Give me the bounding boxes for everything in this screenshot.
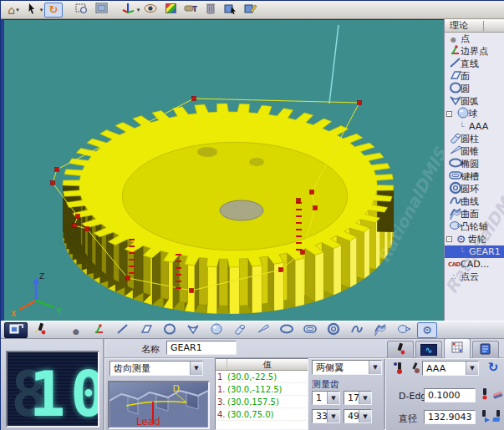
tab-report[interactable] bbox=[472, 341, 499, 358]
tooth-number-select-2[interactable]: 17▼ bbox=[344, 391, 372, 405]
probe-button[interactable] bbox=[31, 322, 51, 338]
coordinate-system-select[interactable]: AAA ▼ bbox=[422, 361, 479, 376]
probe-config-icon[interactable] bbox=[392, 362, 407, 375]
tree-item-点云[interactable]: ∴点云 bbox=[445, 271, 504, 283]
probe-flag-icon[interactable] bbox=[491, 409, 504, 422]
value-row[interactable]: 1.(30.0,-112.5) bbox=[216, 383, 308, 396]
delete-button[interactable] bbox=[201, 3, 220, 18]
select-solid-button[interactable] bbox=[221, 3, 240, 18]
chevron-down-icon[interactable]: ▼ bbox=[359, 410, 371, 422]
surface-button[interactable] bbox=[370, 322, 390, 338]
slot-button[interactable] bbox=[300, 322, 320, 338]
tree-item-圆弧[interactable]: 圆弧 bbox=[445, 95, 504, 108]
diameter-input[interactable]: 132.9043 bbox=[424, 410, 476, 424]
eraser-icon[interactable] bbox=[491, 387, 504, 401]
axis-view-button[interactable]: ▾ bbox=[121, 3, 140, 18]
tool-icon: T bbox=[183, 2, 198, 18]
color-palette-button[interactable] bbox=[161, 3, 180, 18]
tab-graph[interactable]: ∿ bbox=[415, 341, 442, 358]
image-frame-icon bbox=[94, 2, 109, 18]
gear-button[interactable]: ⚙ bbox=[417, 322, 437, 338]
tree-item-GEAR1[interactable]: └GEAR1有坐 bbox=[445, 245, 504, 258]
ellipse-button[interactable] bbox=[277, 322, 297, 338]
d-annotation: D bbox=[173, 383, 180, 394]
tab-probe[interactable] bbox=[387, 341, 414, 358]
fit-view-button[interactable] bbox=[93, 3, 111, 18]
ring-button[interactable] bbox=[323, 322, 344, 338]
arc-icon bbox=[186, 322, 201, 338]
tooth-counter-display: 8 10 bbox=[6, 351, 99, 427]
chevron-down-icon[interactable]: ▼ bbox=[327, 410, 339, 422]
circle-button[interactable] bbox=[160, 322, 180, 338]
row-value: (30.0,157.5) bbox=[227, 397, 308, 407]
home-button[interactable]: ⌂▾ bbox=[4, 3, 23, 18]
tooth-number-select-4[interactable]: 49▼ bbox=[344, 409, 372, 423]
tab-table[interactable] bbox=[444, 338, 471, 358]
edit-solid-button[interactable] bbox=[242, 3, 260, 18]
tree-item-齿轮[interactable]: -⚙齿轮 bbox=[445, 233, 504, 245]
cylinder-button[interactable] bbox=[230, 322, 250, 338]
line-button[interactable] bbox=[113, 322, 133, 338]
value-row[interactable]: 1(30.0,-22.5) bbox=[216, 371, 308, 383]
tree-item-球[interactable]: -球 bbox=[445, 108, 504, 120]
value-row[interactable]: 4.(30.0,75.0) bbox=[216, 408, 308, 421]
camshaft-button[interactable] bbox=[394, 322, 414, 338]
boundary-point-icon bbox=[92, 322, 107, 338]
tree-item-凸轮轴[interactable]: 凸轮轴 bbox=[445, 220, 504, 233]
dedge-input[interactable]: 0.1000 bbox=[424, 388, 476, 402]
measured-values-table[interactable]: 值 1(30.0,-22.5)1.(30.0,-112.5)3.(30.0,15… bbox=[215, 358, 308, 430]
tree-item-label: 曲面 bbox=[461, 208, 479, 220]
chevron-down-icon[interactable]: ▼ bbox=[190, 362, 202, 375]
tree-item-label: 凸轮轴 bbox=[461, 220, 488, 233]
point-button[interactable]: ● bbox=[66, 322, 86, 338]
tree-item-CAD...[interactable]: CADCAD... bbox=[445, 258, 504, 271]
chevron-down-icon[interactable]: ▼ bbox=[327, 392, 339, 404]
dropdown-caret-icon[interactable]: ▾ bbox=[40, 7, 43, 13]
tree-header[interactable]: 理论 bbox=[445, 19, 504, 33]
report-icon bbox=[478, 342, 493, 358]
circle-icon bbox=[162, 322, 177, 338]
probe-window-button[interactable] bbox=[4, 322, 28, 338]
name-input[interactable]: GEAR1 bbox=[166, 341, 237, 355]
select-cursor-button[interactable]: ▾ bbox=[24, 3, 43, 18]
curve-icon bbox=[349, 322, 364, 338]
rotate-view-button[interactable]: ↻ bbox=[44, 3, 63, 18]
chevron-down-icon[interactable]: ▼ bbox=[359, 392, 371, 404]
cone-button[interactable] bbox=[253, 322, 273, 338]
tooth-number-value: 17 bbox=[344, 392, 359, 404]
viewport-3d[interactable]: ZXY RationalDMIS bbox=[1, 19, 444, 321]
curve-button[interactable] bbox=[347, 322, 367, 338]
plane-button[interactable] bbox=[136, 322, 156, 338]
tools-button[interactable]: T bbox=[181, 3, 200, 18]
probe-angle-icon[interactable] bbox=[407, 362, 422, 375]
cone-icon bbox=[256, 322, 271, 338]
flank-select[interactable]: 两侧翼 ▼ bbox=[312, 360, 382, 375]
feature-toolbar: ●⚙ bbox=[1, 321, 504, 339]
tree-item-label: 圆柱 bbox=[461, 133, 479, 145]
value-row[interactable]: 3.(30.0,157.5) bbox=[216, 396, 308, 408]
index-column bbox=[216, 359, 227, 370]
axis-x-label: X bbox=[11, 310, 16, 318]
tree-item-label: 圆环 bbox=[461, 183, 479, 195]
zoom-window-button[interactable] bbox=[73, 3, 91, 18]
dropdown-caret-icon[interactable]: ▾ bbox=[137, 7, 140, 13]
result-tabs: ∿ bbox=[387, 341, 499, 358]
chevron-down-icon[interactable]: ▼ bbox=[466, 362, 478, 375]
cursor-icon bbox=[24, 2, 39, 18]
view-eye-button[interactable] bbox=[141, 3, 160, 18]
refresh-icon[interactable]: ↻ bbox=[486, 361, 501, 374]
tree-item-label: 边界点 bbox=[461, 45, 488, 58]
measure-mode-select[interactable]: 齿向测量 ▼ bbox=[109, 361, 203, 376]
tooth-number-select-1[interactable]: 1▼ bbox=[312, 391, 340, 405]
tree-expander[interactable]: - bbox=[446, 236, 452, 242]
tree-expander[interactable]: - bbox=[446, 111, 452, 117]
boundary-point-button[interactable] bbox=[89, 322, 109, 338]
tree-item-label: 点云 bbox=[461, 271, 479, 283]
chevron-down-icon[interactable]: ▼ bbox=[369, 361, 381, 374]
sphere-button[interactable] bbox=[206, 322, 227, 338]
tooth-number-select-3[interactable]: 33▼ bbox=[312, 409, 340, 423]
dropdown-caret-icon[interactable]: ▾ bbox=[16, 7, 19, 13]
tree-item-label: 圆锥 bbox=[461, 145, 479, 158]
graph-icon: ∿ bbox=[420, 344, 437, 356]
arc-button[interactable] bbox=[183, 322, 203, 338]
